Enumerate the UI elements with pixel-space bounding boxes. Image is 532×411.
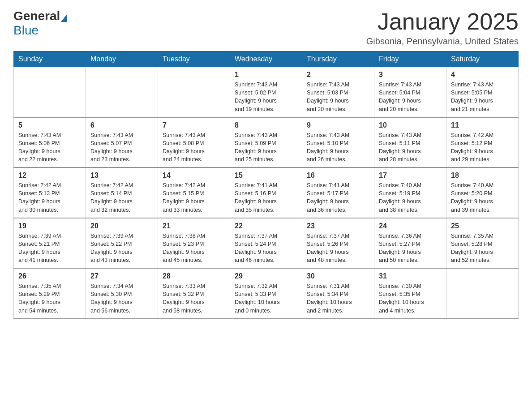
calendar-cell: 17Sunrise: 7:40 AMSunset: 5:19 PMDayligh… bbox=[374, 167, 446, 218]
calendar-cell: 12Sunrise: 7:42 AMSunset: 5:13 PMDayligh… bbox=[14, 167, 86, 218]
calendar-cell: 11Sunrise: 7:42 AMSunset: 5:12 PMDayligh… bbox=[446, 117, 519, 168]
day-number: 7 bbox=[163, 121, 225, 129]
title-section: January 2025 Gibsonia, Pennsylvania, Uni… bbox=[366, 9, 519, 47]
day-number: 27 bbox=[90, 272, 153, 280]
calendar-cell: 8Sunrise: 7:43 AMSunset: 5:09 PMDaylight… bbox=[230, 117, 302, 168]
day-info: Sunrise: 7:30 AMSunset: 5:35 PMDaylight:… bbox=[379, 282, 442, 315]
day-of-week-header-sunday: Sunday bbox=[14, 51, 86, 67]
page-header: General Blue January 2025 Gibsonia, Penn… bbox=[13, 9, 519, 47]
calendar-body: 1Sunrise: 7:43 AMSunset: 5:02 PMDaylight… bbox=[14, 67, 519, 319]
day-number: 24 bbox=[379, 222, 442, 230]
day-number: 23 bbox=[307, 222, 369, 230]
day-number: 26 bbox=[18, 272, 81, 280]
day-number: 10 bbox=[379, 121, 442, 129]
logo-blue-text: Blue bbox=[13, 23, 39, 37]
calendar-cell: 29Sunrise: 7:32 AMSunset: 5:33 PMDayligh… bbox=[230, 268, 302, 319]
calendar-cell: 10Sunrise: 7:43 AMSunset: 5:11 PMDayligh… bbox=[374, 117, 446, 168]
calendar-cell: 13Sunrise: 7:42 AMSunset: 5:14 PMDayligh… bbox=[86, 167, 158, 218]
day-info: Sunrise: 7:43 AMSunset: 5:10 PMDaylight:… bbox=[307, 131, 369, 164]
calendar-cell: 19Sunrise: 7:39 AMSunset: 5:21 PMDayligh… bbox=[14, 218, 86, 269]
day-info: Sunrise: 7:42 AMSunset: 5:14 PMDaylight:… bbox=[90, 181, 153, 214]
day-number: 16 bbox=[307, 171, 369, 180]
calendar-cell: 28Sunrise: 7:33 AMSunset: 5:32 PMDayligh… bbox=[158, 268, 230, 319]
calendar-cell: 7Sunrise: 7:43 AMSunset: 5:08 PMDaylight… bbox=[158, 117, 230, 168]
day-number: 1 bbox=[235, 71, 297, 79]
calendar-cell: 9Sunrise: 7:43 AMSunset: 5:10 PMDaylight… bbox=[302, 117, 374, 168]
day-number: 6 bbox=[90, 121, 153, 129]
day-info: Sunrise: 7:40 AMSunset: 5:20 PMDaylight:… bbox=[451, 181, 514, 214]
day-info: Sunrise: 7:37 AMSunset: 5:26 PMDaylight:… bbox=[307, 232, 369, 265]
calendar-cell: 15Sunrise: 7:41 AMSunset: 5:16 PMDayligh… bbox=[230, 167, 302, 218]
calendar-cell: 26Sunrise: 7:35 AMSunset: 5:29 PMDayligh… bbox=[14, 268, 86, 319]
day-number: 13 bbox=[90, 171, 153, 180]
day-number: 25 bbox=[451, 222, 514, 230]
day-number: 2 bbox=[307, 71, 369, 79]
calendar-week-row: 26Sunrise: 7:35 AMSunset: 5:29 PMDayligh… bbox=[14, 268, 519, 319]
day-number: 18 bbox=[451, 171, 514, 180]
day-info: Sunrise: 7:38 AMSunset: 5:23 PMDaylight:… bbox=[163, 232, 225, 265]
day-info: Sunrise: 7:39 AMSunset: 5:21 PMDaylight:… bbox=[18, 232, 81, 265]
location-subtitle: Gibsonia, Pennsylvania, United States bbox=[366, 36, 519, 47]
day-info: Sunrise: 7:43 AMSunset: 5:06 PMDaylight:… bbox=[18, 131, 81, 164]
day-info: Sunrise: 7:41 AMSunset: 5:17 PMDaylight:… bbox=[307, 181, 369, 214]
calendar-week-row: 19Sunrise: 7:39 AMSunset: 5:21 PMDayligh… bbox=[14, 218, 519, 269]
day-info: Sunrise: 7:32 AMSunset: 5:33 PMDaylight:… bbox=[235, 282, 297, 315]
calendar-cell bbox=[86, 67, 158, 117]
day-info: Sunrise: 7:42 AMSunset: 5:13 PMDaylight:… bbox=[18, 181, 81, 214]
day-number: 5 bbox=[18, 121, 81, 129]
calendar-cell: 14Sunrise: 7:42 AMSunset: 5:15 PMDayligh… bbox=[158, 167, 230, 218]
calendar-cell: 1Sunrise: 7:43 AMSunset: 5:02 PMDaylight… bbox=[230, 67, 302, 117]
day-info: Sunrise: 7:43 AMSunset: 5:08 PMDaylight:… bbox=[163, 131, 225, 164]
day-info: Sunrise: 7:31 AMSunset: 5:34 PMDaylight:… bbox=[307, 282, 369, 315]
day-number: 4 bbox=[451, 71, 514, 79]
day-of-week-header-tuesday: Tuesday bbox=[158, 51, 230, 67]
calendar-cell: 30Sunrise: 7:31 AMSunset: 5:34 PMDayligh… bbox=[302, 268, 374, 319]
day-info: Sunrise: 7:35 AMSunset: 5:29 PMDaylight:… bbox=[18, 282, 81, 315]
logo-triangle-icon bbox=[61, 14, 67, 22]
day-of-week-header-thursday: Thursday bbox=[302, 51, 374, 67]
day-number: 12 bbox=[18, 171, 81, 180]
calendar-week-row: 12Sunrise: 7:42 AMSunset: 5:13 PMDayligh… bbox=[14, 167, 519, 218]
calendar-cell: 18Sunrise: 7:40 AMSunset: 5:20 PMDayligh… bbox=[446, 167, 519, 218]
logo: General Blue bbox=[13, 9, 68, 38]
calendar-cell: 24Sunrise: 7:36 AMSunset: 5:27 PMDayligh… bbox=[374, 218, 446, 269]
day-number: 17 bbox=[379, 171, 442, 180]
calendar-cell: 20Sunrise: 7:39 AMSunset: 5:22 PMDayligh… bbox=[86, 218, 158, 269]
day-number: 14 bbox=[163, 171, 225, 180]
day-info: Sunrise: 7:37 AMSunset: 5:24 PMDaylight:… bbox=[235, 232, 297, 265]
day-info: Sunrise: 7:36 AMSunset: 5:27 PMDaylight:… bbox=[379, 232, 442, 265]
day-info: Sunrise: 7:42 AMSunset: 5:12 PMDaylight:… bbox=[451, 131, 514, 164]
day-info: Sunrise: 7:43 AMSunset: 5:07 PMDaylight:… bbox=[90, 131, 153, 164]
day-number: 8 bbox=[235, 121, 297, 129]
calendar-cell: 25Sunrise: 7:35 AMSunset: 5:28 PMDayligh… bbox=[446, 218, 519, 269]
calendar-cell: 3Sunrise: 7:43 AMSunset: 5:04 PMDaylight… bbox=[374, 67, 446, 117]
calendar-table: SundayMondayTuesdayWednesdayThursdayFrid… bbox=[13, 51, 519, 319]
calendar-cell: 4Sunrise: 7:43 AMSunset: 5:05 PMDaylight… bbox=[446, 67, 519, 117]
day-number: 3 bbox=[379, 71, 442, 79]
calendar-cell: 22Sunrise: 7:37 AMSunset: 5:24 PMDayligh… bbox=[230, 218, 302, 269]
calendar-header-row: SundayMondayTuesdayWednesdayThursdayFrid… bbox=[14, 51, 519, 67]
day-number: 28 bbox=[163, 272, 225, 280]
day-number: 11 bbox=[451, 121, 514, 129]
day-info: Sunrise: 7:34 AMSunset: 5:30 PMDaylight:… bbox=[90, 282, 153, 315]
day-number: 20 bbox=[90, 222, 153, 230]
day-number: 22 bbox=[235, 222, 297, 230]
day-info: Sunrise: 7:43 AMSunset: 5:09 PMDaylight:… bbox=[235, 131, 297, 164]
day-info: Sunrise: 7:43 AMSunset: 5:02 PMDaylight:… bbox=[235, 81, 297, 113]
calendar-cell: 31Sunrise: 7:30 AMSunset: 5:35 PMDayligh… bbox=[374, 268, 446, 319]
day-info: Sunrise: 7:35 AMSunset: 5:28 PMDaylight:… bbox=[451, 232, 514, 265]
day-number: 29 bbox=[235, 272, 297, 280]
day-of-week-header-friday: Friday bbox=[374, 51, 446, 67]
calendar-cell bbox=[14, 67, 86, 117]
day-info: Sunrise: 7:41 AMSunset: 5:16 PMDaylight:… bbox=[235, 181, 297, 214]
calendar-cell: 2Sunrise: 7:43 AMSunset: 5:03 PMDaylight… bbox=[302, 67, 374, 117]
day-number: 30 bbox=[307, 272, 369, 280]
day-number: 31 bbox=[379, 272, 442, 280]
day-number: 15 bbox=[235, 171, 297, 180]
day-number: 9 bbox=[307, 121, 369, 129]
calendar-cell: 6Sunrise: 7:43 AMSunset: 5:07 PMDaylight… bbox=[86, 117, 158, 168]
day-info: Sunrise: 7:40 AMSunset: 5:19 PMDaylight:… bbox=[379, 181, 442, 214]
calendar-week-row: 5Sunrise: 7:43 AMSunset: 5:06 PMDaylight… bbox=[14, 117, 519, 168]
calendar-cell: 23Sunrise: 7:37 AMSunset: 5:26 PMDayligh… bbox=[302, 218, 374, 269]
calendar-cell: 27Sunrise: 7:34 AMSunset: 5:30 PMDayligh… bbox=[86, 268, 158, 319]
